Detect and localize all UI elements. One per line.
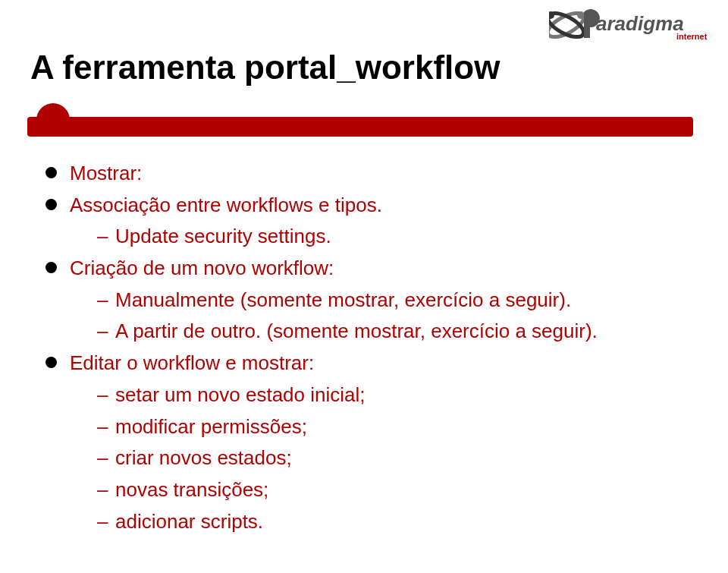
sub-list-item: modificar permissões; (97, 413, 682, 442)
list-item-text: Associação entre workflows e tipos. (70, 194, 382, 216)
list-item: Mostrar: (46, 159, 682, 188)
sub-list-item-text: setar um novo estado inicial; (115, 383, 366, 406)
logo-x-icon (549, 8, 587, 42)
sub-list-item: adicionar scripts. (97, 508, 682, 537)
list-item-text: Mostrar: (70, 162, 142, 184)
sub-list-item: criar novos estados; (97, 444, 682, 473)
sub-list-item: novas transições; (97, 476, 682, 505)
sub-list-item: Manualmente (somente mostrar, exercício … (97, 286, 682, 315)
sub-list-item-text: modificar permissões; (115, 415, 307, 438)
sub-list-item-text: criar novos estados; (115, 446, 292, 469)
logo-brand-text: aradigma (596, 12, 684, 35)
title-underline-decoration (0, 103, 728, 137)
svg-point-3 (577, 11, 585, 19)
sub-list-item: A partir de outro. (somente mostrar, exe… (97, 317, 682, 346)
sub-list-item-text: adicionar scripts. (115, 510, 263, 533)
sub-list-item-text: A partir de outro. (somente mostrar, exe… (115, 320, 598, 342)
sub-list-item-text: novas transições; (115, 478, 268, 501)
page-title: A ferramenta portal_workflow (30, 49, 500, 87)
list-item: Editar o workflow e mostrar: setar um no… (46, 349, 682, 536)
list-item-text: Editar o workflow e mostrar: (70, 351, 314, 374)
sub-list-item-text: Manualmente (somente mostrar, exercício … (115, 288, 571, 311)
list-item: Associação entre workflows e tipos. Upda… (46, 191, 682, 251)
brand-logo: aradigma internet (549, 6, 716, 44)
list-item: Criação de um novo workflow: Manualmente… (46, 254, 682, 346)
sub-list-item: setar um novo estado inicial; (97, 381, 682, 410)
slide-content: Mostrar: Associação entre workflows e ti… (46, 159, 682, 539)
list-item-text: Criação de um novo workflow: (70, 257, 334, 279)
sub-list-item: Update security settings. (97, 222, 682, 251)
logo-sub-text: internet (676, 32, 708, 41)
sub-list-item-text: Update security settings. (115, 225, 331, 247)
